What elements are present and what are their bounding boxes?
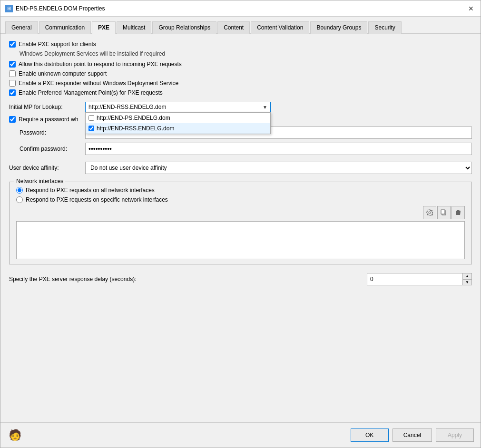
require-password-checkbox[interactable] xyxy=(9,116,16,123)
spinner-buttons: ▲ ▼ xyxy=(462,273,471,285)
tab-communication[interactable]: Communication xyxy=(39,21,91,34)
enable-pxe-row: Enable PXE support for clients xyxy=(9,41,472,48)
initial-mp-dropdown[interactable]: http://END-RSS.ENDELG.dom ▼ xyxy=(85,102,271,112)
initial-mp-label: Initial MP for Lookup: xyxy=(9,104,85,110)
svg-rect-1 xyxy=(441,210,445,214)
delay-spinner-wrapper: ▲ ▼ xyxy=(367,273,472,285)
enable-preferred-label: Enable Preferred Management Point(s) for… xyxy=(19,89,163,96)
confirm-password-row: Confirm password: xyxy=(9,143,472,155)
dropdown-item-1[interactable]: http://END-RSS.ENDELG.dom xyxy=(86,123,270,134)
title-bar-left: ⊞ END-PS.ENDELG.DOM Properties xyxy=(5,5,105,12)
enable-preferred-checkbox[interactable] xyxy=(9,89,16,96)
ok-button[interactable]: OK xyxy=(351,429,389,442)
dropdown-item-0[interactable]: http://END-PS.ENDELG.dom xyxy=(86,113,270,123)
radio-specific-interfaces[interactable] xyxy=(16,196,23,203)
enable-unknown-row: Enable unknown computer support xyxy=(9,70,472,77)
delete-icon-btn[interactable] xyxy=(452,206,465,219)
allow-respond-checkbox[interactable] xyxy=(9,61,16,68)
network-interfaces-group: Network interfaces Respond to PXE reques… xyxy=(9,182,472,264)
copy-icon-btn[interactable] xyxy=(437,206,451,219)
spin-down-button[interactable]: ▼ xyxy=(463,279,471,285)
radio-specific-label: Respond to PXE requests on specific netw… xyxy=(26,196,168,203)
tab-boundary-groups[interactable]: Boundary Groups xyxy=(310,21,367,34)
tab-security[interactable]: Security xyxy=(368,21,401,34)
wds-note: Windows Deployment Services will be inst… xyxy=(20,50,472,57)
tabs-bar: General Communication PXE Multicast Grou… xyxy=(0,17,481,34)
enable-responder-checkbox[interactable] xyxy=(9,80,16,87)
initial-mp-row: Initial MP for Lookup: http://END-RSS.EN… xyxy=(9,102,472,112)
dropdown-item-1-checkbox[interactable] xyxy=(88,126,94,131)
enable-unknown-checkbox[interactable] xyxy=(9,70,16,77)
enable-pxe-checkbox[interactable] xyxy=(9,41,16,48)
require-password-label: Require a password wh xyxy=(19,116,78,123)
network-interfaces-title: Network interfaces xyxy=(14,178,65,185)
user-affinity-select[interactable]: Do not use user device affinity Allow us… xyxy=(85,162,472,174)
footer: 🧑 OK Cancel Apply xyxy=(0,422,481,448)
radio-specific-row: Respond to PXE requests on specific netw… xyxy=(16,196,465,203)
main-window: ⊞ END-PS.ENDELG.DOM Properties ✕ General… xyxy=(0,0,481,448)
network-icon-toolbar xyxy=(16,206,465,219)
confirm-password-input[interactable] xyxy=(85,143,472,155)
user-icon: 🧑 xyxy=(7,428,22,443)
tab-multicast[interactable]: Multicast xyxy=(117,21,151,34)
enable-preferred-row: Enable Preferred Management Point(s) for… xyxy=(9,89,472,96)
enable-responder-row: Enable a PXE responder without Windows D… xyxy=(9,80,472,87)
delay-row: Specify the PXE server response delay (s… xyxy=(9,273,472,285)
user-affinity-label: User device affinity: xyxy=(9,165,85,171)
title-bar: ⊞ END-PS.ENDELG.DOM Properties ✕ xyxy=(0,0,481,17)
enable-unknown-label: Enable unknown computer support xyxy=(19,70,107,77)
gear-icon-btn[interactable] xyxy=(423,206,436,219)
close-button[interactable]: ✕ xyxy=(466,4,476,13)
radio-all-label: Respond to PXE requests on all network i… xyxy=(26,187,155,194)
radio-all-row: Respond to PXE requests on all network i… xyxy=(16,187,465,194)
initial-mp-dropdown-list: http://END-PS.ENDELG.dom http://END-RSS.… xyxy=(85,112,271,134)
tab-content[interactable]: Content xyxy=(217,21,250,34)
dropdown-item-0-checkbox[interactable] xyxy=(88,115,94,121)
delay-input[interactable] xyxy=(367,274,462,284)
window-icon: ⊞ xyxy=(5,5,13,12)
delay-label: Specify the PXE server response delay (s… xyxy=(9,276,363,282)
tab-content-validation[interactable]: Content Validation xyxy=(251,21,309,34)
dropdown-item-0-label: http://END-PS.ENDELG.dom xyxy=(97,115,170,121)
user-affinity-row: User device affinity: Do not use user de… xyxy=(9,162,472,174)
footer-left: 🧑 xyxy=(7,428,22,443)
enable-pxe-label: Enable PXE support for clients xyxy=(19,41,96,48)
tab-general[interactable]: General xyxy=(5,21,38,34)
footer-right: OK Cancel Apply xyxy=(351,429,474,442)
confirm-password-label: Confirm password: xyxy=(20,146,85,152)
apply-button[interactable]: Apply xyxy=(436,429,474,442)
initial-mp-value: http://END-RSS.ENDELG.dom xyxy=(88,104,166,110)
tab-group-relationships[interactable]: Group Relationships xyxy=(152,21,216,34)
allow-respond-row: Allow this distribution point to respond… xyxy=(9,61,472,68)
cancel-button[interactable]: Cancel xyxy=(393,429,432,442)
pxe-content: Enable PXE support for clients Windows D… xyxy=(0,34,481,422)
radio-all-interfaces[interactable] xyxy=(16,187,23,194)
enable-responder-label: Enable a PXE responder without Windows D… xyxy=(19,80,178,87)
window-title: END-PS.ENDELG.DOM Properties xyxy=(16,5,105,12)
password-label: Password: xyxy=(20,129,85,136)
network-list xyxy=(16,221,465,259)
allow-respond-label: Allow this distribution point to respond… xyxy=(19,61,182,68)
spin-up-button[interactable]: ▲ xyxy=(463,273,471,279)
initial-mp-dropdown-wrapper: http://END-RSS.ENDELG.dom ▼ http://END-P… xyxy=(85,102,271,112)
tab-pxe[interactable]: PXE xyxy=(92,21,116,34)
dropdown-arrow-icon: ▼ xyxy=(263,105,267,110)
dropdown-item-1-label: http://END-RSS.ENDELG.dom xyxy=(97,125,174,132)
